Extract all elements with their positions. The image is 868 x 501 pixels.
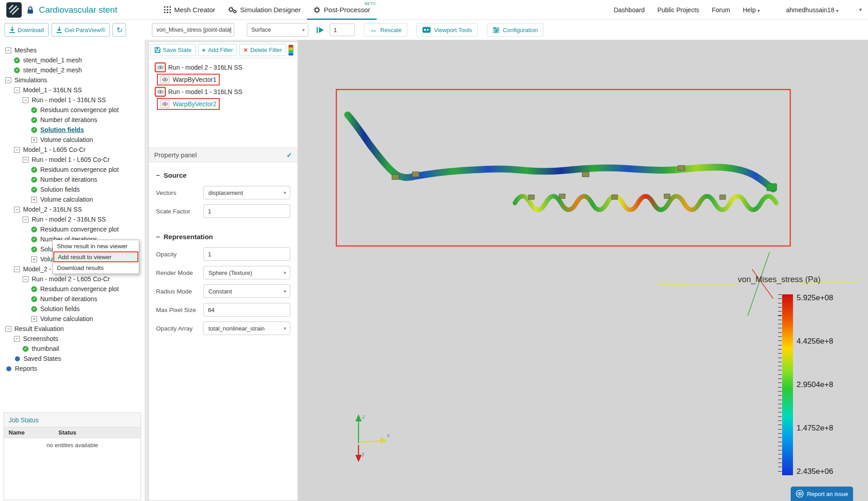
- tree-item[interactable]: Model_1 - 316LN SS: [0, 85, 145, 95]
- scale-factor-input[interactable]: [203, 204, 290, 218]
- tree-item[interactable]: Number of iterations: [0, 115, 145, 125]
- tree-item-icon[interactable]: [14, 147, 20, 153]
- tree-item[interactable]: Reports: [0, 364, 145, 373]
- tree-item[interactable]: Saved States: [0, 354, 145, 364]
- tree-item[interactable]: Solution fields: [0, 304, 145, 314]
- render-mode-dropdown[interactable]: Sphere (Texture): [203, 266, 290, 279]
- tab-simulation-designer[interactable]: Simulation Designer: [222, 0, 307, 20]
- tree-item-icon[interactable]: [31, 246, 37, 252]
- viewport-tools-button[interactable]: Viewport Tools: [416, 23, 478, 37]
- tree-item-icon[interactable]: [31, 296, 37, 302]
- save-state-button[interactable]: Save State: [151, 44, 196, 56]
- report-issue-button[interactable]: Report an issue: [791, 487, 853, 501]
- tree-item-icon[interactable]: [14, 266, 20, 272]
- representation-section-header[interactable]: − Representation: [149, 230, 297, 242]
- max-pixel-size-input[interactable]: [203, 303, 290, 317]
- tree-item-icon[interactable]: [31, 316, 37, 322]
- tree-item[interactable]: Volume calculation: [0, 135, 145, 145]
- link-forum[interactable]: Forum: [712, 6, 730, 14]
- tree-item-icon[interactable]: [5, 77, 11, 83]
- link-dashboard[interactable]: Dashboard: [613, 6, 645, 14]
- source-section-header[interactable]: − Source: [149, 169, 297, 181]
- visibility-eye-icon[interactable]: [156, 63, 165, 71]
- representation-dropdown[interactable]: Surface: [247, 23, 308, 37]
- tree-item[interactable]: Meshes: [0, 45, 145, 55]
- tree-item[interactable]: Residuum convergence plot: [0, 224, 145, 234]
- tab-post-processor[interactable]: Post-Processor BETA: [307, 0, 377, 20]
- play-button[interactable]: [316, 27, 324, 33]
- tree-item[interactable]: Run - model 2 - 316LN SS: [0, 214, 145, 224]
- field-dropdown[interactable]: von_Mises_stress [point-data]: [152, 23, 234, 37]
- pipeline-item[interactable]: Run - model 1 - 316LN SS: [149, 85, 297, 98]
- tree-item[interactable]: Volume calculation: [0, 314, 145, 324]
- apply-check-icon[interactable]: ✓: [286, 151, 292, 159]
- tree-item-icon[interactable]: [14, 336, 20, 342]
- tree-item-icon[interactable]: [31, 227, 37, 232]
- render-viewport[interactable]: z x y von_Mises_stress (Pa) 5.925e+08 4.…: [298, 40, 868, 501]
- tree-item-icon[interactable]: [31, 187, 37, 193]
- user-menu[interactable]: ahmedhussain18▾: [786, 6, 839, 14]
- help-menu[interactable]: Help▾: [743, 6, 760, 14]
- opacity-array-dropdown[interactable]: total_nonlinear_strain: [203, 321, 290, 335]
- visibility-eye-icon[interactable]: [160, 100, 170, 108]
- tree-item-icon[interactable]: [31, 167, 37, 173]
- colormap-button[interactable]: [288, 45, 293, 56]
- tree-item[interactable]: Number of iterations: [0, 175, 145, 184]
- tab-mesh-creator[interactable]: Mesh Creator: [158, 0, 222, 20]
- tree-item[interactable]: Screenshots: [0, 334, 145, 344]
- context-menu-item[interactable]: Show result in new viewer: [53, 241, 138, 251]
- refresh-button[interactable]: ↻: [113, 23, 126, 37]
- tree-item-icon[interactable]: [14, 207, 20, 213]
- tree-item-icon[interactable]: [23, 346, 28, 352]
- tree-item-icon[interactable]: [31, 256, 37, 262]
- tree-item-icon[interactable]: [31, 117, 37, 123]
- tree-item-icon[interactable]: [31, 107, 37, 113]
- tree-item-icon[interactable]: [31, 137, 37, 143]
- collapse-header-chevron-icon[interactable]: ▾: [859, 7, 862, 13]
- visibility-eye-icon[interactable]: [160, 76, 170, 84]
- tree-item-icon[interactable]: [31, 306, 37, 312]
- tree-item-icon[interactable]: [23, 217, 28, 222]
- tree-item-icon[interactable]: [6, 366, 11, 371]
- tree-item[interactable]: Simulations: [0, 75, 145, 85]
- add-filter-button[interactable]: + Add Filter: [198, 44, 237, 56]
- tree-item-icon[interactable]: [31, 236, 37, 242]
- tree-item-icon[interactable]: [31, 127, 37, 133]
- link-public-projects[interactable]: Public Projects: [657, 6, 699, 14]
- tree-item[interactable]: Residuum convergence plot: [0, 165, 145, 175]
- tree-item-icon[interactable]: [31, 197, 37, 203]
- tree-item[interactable]: Run - model 2 - L605 Co-Cr: [0, 274, 145, 284]
- tree-item-icon[interactable]: [5, 47, 11, 53]
- tree-item-icon[interactable]: [23, 276, 28, 282]
- configuration-button[interactable]: Configuration: [487, 23, 543, 37]
- tree-item[interactable]: Number of iterations: [0, 294, 145, 304]
- legend-colorbar[interactable]: [782, 294, 793, 475]
- tree-item[interactable]: stent_model_2 mesh: [0, 65, 145, 75]
- tree-item-icon[interactable]: [5, 326, 11, 332]
- tree-item[interactable]: Run - model 1 - 316LN SS: [0, 95, 145, 105]
- tree-item[interactable]: Residuum convergence plot: [0, 105, 145, 115]
- tree-item[interactable]: thumbnail: [0, 344, 145, 354]
- tree-item[interactable]: Run - model 1 - L605 Co-Cr: [0, 155, 145, 165]
- context-menu-item[interactable]: Add result to viewer: [53, 251, 138, 262]
- tree-item-icon[interactable]: [31, 177, 37, 183]
- context-menu-item[interactable]: Download results: [53, 262, 138, 273]
- tree-item-icon[interactable]: [31, 286, 37, 292]
- radius-mode-dropdown[interactable]: Constant: [203, 284, 290, 298]
- opacity-input[interactable]: [203, 247, 290, 261]
- tree-item-icon[interactable]: [14, 87, 20, 93]
- tree-item-icon[interactable]: [23, 157, 28, 163]
- tree-item[interactable]: Result Evaluation: [0, 324, 145, 334]
- tree-item-icon[interactable]: [23, 97, 28, 103]
- tree-item[interactable]: Solution fields: [0, 125, 145, 135]
- tree-item-icon[interactable]: [15, 356, 20, 361]
- tree-item[interactable]: stent_model_1 mesh: [0, 55, 145, 65]
- tree-item-icon[interactable]: [14, 67, 20, 73]
- vectors-dropdown[interactable]: displacement: [203, 186, 290, 199]
- tree-item-icon[interactable]: [14, 57, 20, 63]
- tree-item[interactable]: Residuum convergence plot: [0, 284, 145, 294]
- tree-item[interactable]: Volume calculation: [0, 194, 145, 204]
- pipeline-item[interactable]: WarpByVector1: [149, 73, 297, 85]
- tree-item[interactable]: Model_2 - 316LN SS: [0, 204, 145, 214]
- tree-item[interactable]: Model_1 - L605 Co-Cr: [0, 145, 145, 155]
